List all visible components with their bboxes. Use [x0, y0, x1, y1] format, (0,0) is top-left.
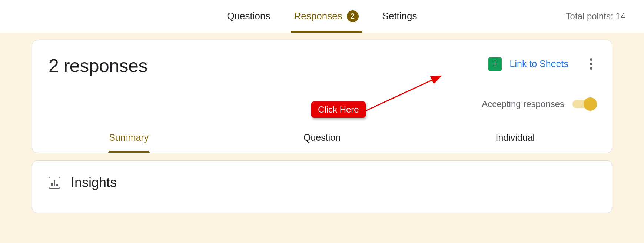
- subtab-summary[interactable]: Summary: [32, 124, 225, 153]
- tab-settings[interactable]: Settings: [379, 0, 420, 32]
- responses-header: 2 responses Link to Sheets: [32, 40, 612, 77]
- subtab-label: Individual: [496, 132, 535, 143]
- top-nav: Questions Responses 2 Settings Total poi…: [0, 0, 644, 33]
- tab-label: Responses: [294, 10, 342, 22]
- tab-responses[interactable]: Responses 2: [291, 0, 362, 33]
- accepting-row: Accepting responses: [32, 77, 612, 109]
- responses-title: 2 responses: [49, 55, 147, 77]
- responses-card: 2 responses Link to Sheets Accepting res…: [32, 40, 612, 153]
- accepting-responses-toggle[interactable]: [572, 100, 595, 108]
- body-area: 2 responses Link to Sheets Accepting res…: [0, 33, 644, 243]
- total-points: Total points: 14: [566, 11, 625, 21]
- responses-actions: Link to Sheets: [488, 55, 595, 73]
- subtab-label: Question: [303, 132, 341, 143]
- subtab-label: Summary: [109, 132, 149, 143]
- tab-questions[interactable]: Questions: [224, 0, 273, 32]
- link-to-sheets-button[interactable]: Link to Sheets: [510, 59, 568, 69]
- responses-subtabs: Summary Question Individual: [32, 124, 612, 153]
- insights-header: Insights: [49, 175, 595, 190]
- insights-card: Insights: [32, 160, 612, 213]
- accepting-responses-label: Accepting responses: [482, 99, 564, 109]
- subtab-individual[interactable]: Individual: [419, 124, 612, 153]
- more-options-button[interactable]: [587, 55, 595, 73]
- sheets-icon[interactable]: [488, 57, 502, 71]
- svg-rect-1: [495, 61, 495, 67]
- tab-label: Questions: [227, 10, 270, 22]
- subtab-question[interactable]: Question: [225, 124, 418, 153]
- responses-count-badge: 2: [347, 10, 359, 22]
- tab-label: Settings: [382, 10, 417, 22]
- toggle-knob: [584, 97, 597, 111]
- bar-chart-icon: [49, 177, 60, 189]
- insights-title: Insights: [71, 175, 117, 190]
- nav-tabs: Questions Responses 2 Settings: [224, 0, 420, 33]
